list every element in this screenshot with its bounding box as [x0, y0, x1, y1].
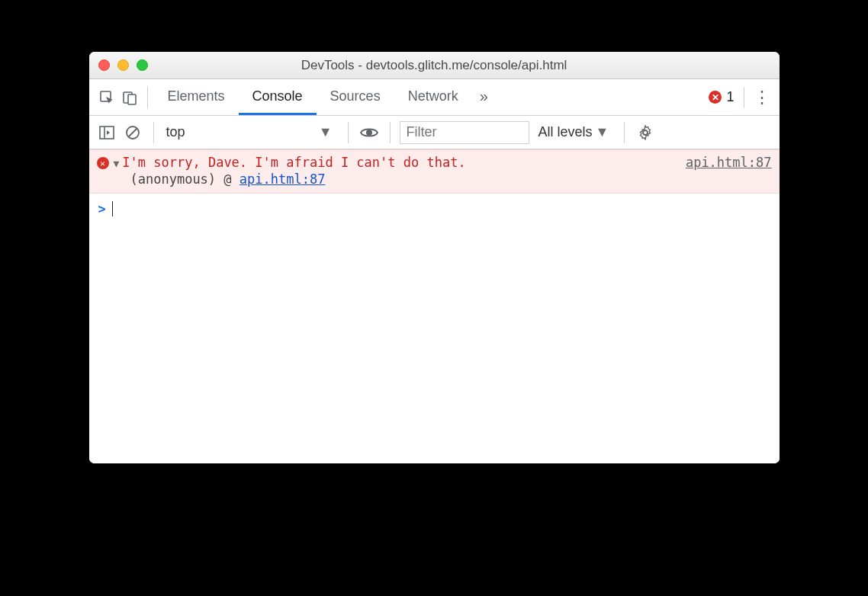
devtools-window: DevTools - devtools.glitch.me/console/ap…	[89, 52, 780, 463]
console-toolbar: top ▼ All levels ▼	[89, 116, 780, 149]
error-source-link[interactable]: api.html:87	[686, 155, 772, 170]
error-text: I'm sorry, Dave. I'm afraid I can't do t…	[122, 155, 686, 170]
stack-trace: (anonymous) @ api.html:87	[130, 171, 772, 187]
error-icon: ✕	[97, 157, 109, 169]
log-levels-select[interactable]: All levels ▼	[532, 124, 616, 140]
divider	[390, 122, 391, 143]
svg-rect-2	[128, 95, 136, 104]
divider	[744, 87, 744, 108]
svg-point-7	[366, 130, 372, 136]
svg-line-6	[128, 128, 137, 136]
error-count: 1	[726, 89, 734, 105]
divider	[147, 87, 148, 108]
tabs-overflow-button[interactable]: »	[472, 79, 496, 115]
window-title: DevTools - devtools.glitch.me/console/ap…	[89, 58, 780, 73]
main-tabs-row: Elements Console Sources Network » ✕ 1 ⋮	[89, 79, 780, 116]
clear-console-icon[interactable]	[121, 121, 144, 144]
chevron-down-icon: ▼	[319, 124, 333, 140]
divider	[624, 122, 625, 143]
toggle-sidebar-icon[interactable]	[95, 121, 118, 144]
execution-context-select[interactable]: top ▼	[163, 121, 339, 144]
console-settings-icon[interactable]	[634, 121, 657, 144]
context-label: top	[166, 124, 185, 140]
stack-frame-label: (anonymous) @	[130, 171, 240, 187]
zoom-window-button[interactable]	[137, 59, 148, 71]
tab-network[interactable]: Network	[394, 79, 472, 115]
traffic-lights	[98, 59, 148, 71]
levels-label: All levels	[538, 124, 593, 140]
tab-sources[interactable]: Sources	[317, 79, 394, 115]
divider	[153, 122, 154, 143]
stack-frame-link[interactable]: api.html:87	[240, 171, 326, 187]
more-options-button[interactable]: ⋮	[751, 86, 773, 109]
titlebar: DevTools - devtools.glitch.me/console/ap…	[89, 52, 780, 79]
disclosure-triangle-icon[interactable]: ▼	[114, 158, 120, 169]
tab-elements[interactable]: Elements	[154, 79, 239, 115]
error-count-badge[interactable]: ✕ 1	[709, 89, 734, 105]
divider	[348, 122, 349, 143]
minimize-window-button[interactable]	[117, 59, 129, 71]
chevron-down-icon: ▼	[596, 124, 609, 140]
live-expression-icon[interactable]	[358, 121, 381, 144]
device-toolbar-icon[interactable]	[118, 86, 141, 109]
tabs: Elements Console Sources Network »	[154, 79, 496, 115]
tab-console[interactable]: Console	[239, 79, 317, 115]
close-window-button[interactable]	[98, 59, 110, 71]
prompt-caret-icon: >	[98, 201, 106, 216]
filter-input[interactable]	[400, 121, 529, 144]
console-output: ✕ ▼ I'm sorry, Dave. I'm afraid I can't …	[89, 149, 780, 463]
console-error-message[interactable]: ✕ ▼ I'm sorry, Dave. I'm afraid I can't …	[89, 149, 780, 194]
inspect-element-icon[interactable]	[95, 86, 118, 109]
console-prompt[interactable]: >	[89, 194, 780, 224]
text-cursor	[112, 201, 113, 216]
error-icon: ✕	[709, 91, 722, 104]
